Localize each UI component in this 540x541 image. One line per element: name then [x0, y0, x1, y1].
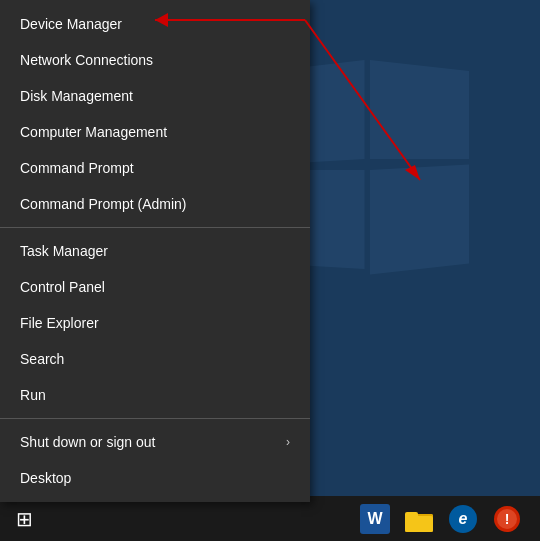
menu-item-network-connections[interactable]: Network Connections: [0, 42, 310, 78]
menu-item-command-prompt[interactable]: Command Prompt: [0, 150, 310, 186]
submenu-chevron-icon: ›: [286, 435, 290, 449]
menu-item-search[interactable]: Search: [0, 341, 310, 377]
menu-item-disk-management-label: Disk Management: [20, 88, 133, 104]
taskbar-icon-word[interactable]: W: [354, 499, 396, 539]
menu-item-device-manager[interactable]: Device Manager: [0, 6, 310, 42]
menu-item-control-panel[interactable]: Control Panel: [0, 269, 310, 305]
start-button[interactable]: ⊞: [4, 499, 44, 539]
menu-item-disk-management[interactable]: Disk Management: [0, 78, 310, 114]
menu-item-command-prompt-label: Command Prompt: [20, 160, 134, 176]
menu-item-shut-down-label: Shut down or sign out: [20, 434, 155, 450]
ie-icon: e: [449, 505, 477, 533]
menu-item-computer-management[interactable]: Computer Management: [0, 114, 310, 150]
menu-item-command-prompt-admin[interactable]: Command Prompt (Admin): [0, 186, 310, 222]
menu-item-run[interactable]: Run: [0, 377, 310, 413]
menu-item-device-manager-label: Device Manager: [20, 16, 122, 32]
context-menu: Device Manager Network Connections Disk …: [0, 0, 310, 502]
menu-item-network-connections-label: Network Connections: [20, 52, 153, 68]
taskbar-icons: W e !: [354, 499, 536, 539]
menu-item-shut-down[interactable]: Shut down or sign out ›: [0, 424, 310, 460]
taskbar-icon-file-explorer[interactable]: [398, 499, 440, 539]
folder-icon: [405, 506, 433, 532]
start-icon: ⊞: [16, 507, 33, 531]
menu-item-desktop[interactable]: Desktop: [0, 460, 310, 496]
menu-divider-2: [0, 418, 310, 419]
svg-rect-7: [405, 516, 433, 532]
word-icon: W: [360, 504, 390, 534]
menu-item-task-manager-label: Task Manager: [20, 243, 108, 259]
menu-item-desktop-label: Desktop: [20, 470, 71, 486]
taskbar-icon-ie[interactable]: e: [442, 499, 484, 539]
svg-text:!: !: [505, 511, 510, 527]
menu-item-file-explorer[interactable]: File Explorer: [0, 305, 310, 341]
menu-item-run-label: Run: [20, 387, 46, 403]
menu-item-computer-management-label: Computer Management: [20, 124, 167, 140]
taskbar: ⊞ W e !: [0, 496, 540, 541]
security-icon: !: [493, 505, 521, 533]
taskbar-icon-security[interactable]: !: [486, 499, 528, 539]
menu-item-command-prompt-admin-label: Command Prompt (Admin): [20, 196, 187, 212]
menu-item-search-label: Search: [20, 351, 64, 367]
menu-divider-1: [0, 227, 310, 228]
menu-item-control-panel-label: Control Panel: [20, 279, 105, 295]
menu-item-file-explorer-label: File Explorer: [20, 315, 99, 331]
menu-item-task-manager[interactable]: Task Manager: [0, 233, 310, 269]
